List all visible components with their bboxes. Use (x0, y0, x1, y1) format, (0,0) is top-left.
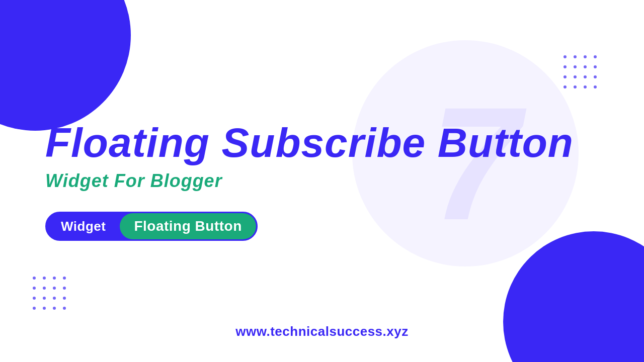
page-title: Floating Subscribe Button (45, 121, 574, 164)
tag-widget-label: Widget (47, 214, 120, 239)
main-content: Floating Subscribe Button Widget For Blo… (0, 0, 644, 362)
tag-pill: Widget Floating Button (45, 212, 258, 241)
page-subtitle: Widget For Blogger (45, 170, 222, 192)
tag-floating-label: Floating Button (120, 213, 256, 239)
page-container: Floating Subscribe Button Widget For Blo… (0, 0, 644, 362)
footer-url: www.technicalsuccess.xyz (0, 324, 644, 339)
footer-url-text: www.technicalsuccess.xyz (235, 324, 408, 339)
